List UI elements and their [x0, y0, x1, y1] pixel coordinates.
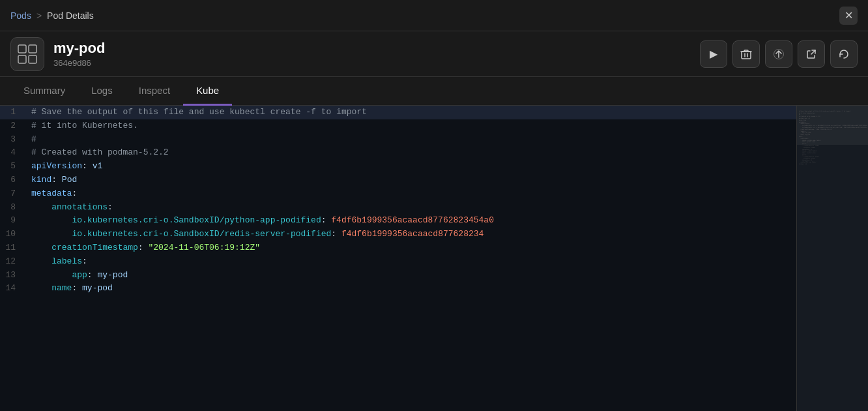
tab-inspect[interactable]: Inspect	[126, 77, 183, 106]
pod-info: my-pod 364e9d86	[53, 40, 105, 68]
line-code: # Save the output of this file and use k…	[26, 106, 796, 119]
svg-rect-1	[29, 45, 36, 53]
table-row: 6 kind: Pod	[0, 174, 796, 187]
table-row: 5 apiVersion: v1	[0, 160, 796, 174]
line-number: 1	[0, 106, 26, 119]
code-container: 1 # Save the output of this file and use…	[0, 106, 868, 411]
pod-identity: my-pod 364e9d86	[10, 37, 105, 71]
line-number: 4	[0, 146, 26, 160]
line-code: kind: Pod	[26, 174, 796, 187]
table-row: 14 name: my-pod	[0, 282, 796, 296]
breadcrumb-current: Pod Details	[47, 10, 94, 21]
delete-button[interactable]	[732, 40, 760, 68]
line-number: 7	[0, 187, 26, 201]
breadcrumb-separator: >	[36, 10, 42, 21]
line-code: labels:	[26, 255, 796, 269]
breadcrumb-pods-link[interactable]: Pods	[10, 10, 31, 21]
line-number: 11	[0, 241, 26, 255]
line-number: 12	[0, 255, 26, 269]
close-button[interactable]: ✕	[839, 7, 858, 25]
deploy-button[interactable]	[765, 40, 792, 68]
table-row: 8 annotations:	[0, 201, 796, 215]
line-code: creationTimestamp: "2024-11-06T06:19:12Z…	[26, 241, 796, 255]
line-code: #	[26, 133, 796, 147]
line-code: apiVersion: v1	[26, 160, 796, 174]
refresh-button[interactable]	[830, 40, 858, 68]
line-number: 3	[0, 133, 26, 147]
tab-logs[interactable]: Logs	[78, 77, 126, 106]
code-editor[interactable]: 1 # Save the output of this file and use…	[0, 106, 796, 411]
table-row: 13 app: my-pod	[0, 269, 796, 282]
line-number: 10	[0, 228, 26, 241]
code-minimap[interactable]: # Save the output of this file and use k…	[796, 106, 868, 411]
line-number: 5	[0, 160, 26, 174]
svg-rect-0	[18, 45, 26, 53]
code-table: 1 # Save the output of this file and use…	[0, 106, 796, 296]
pod-name: my-pod	[53, 40, 105, 57]
pod-id: 364e9d86	[53, 58, 105, 68]
line-number: 2	[0, 119, 26, 133]
line-number: 9	[0, 214, 26, 228]
line-code: io.kubernetes.cri-o.SandboxID/redis-serv…	[26, 228, 796, 241]
tab-kube[interactable]: Kube	[183, 77, 232, 106]
line-code: # it into Kubernetes.	[26, 119, 796, 133]
line-code: app: my-pod	[26, 269, 796, 282]
table-row: 3 #	[0, 133, 796, 147]
pod-header: my-pod 364e9d86 ▶	[0, 31, 868, 77]
table-row: 9 io.kubernetes.cri-o.SandboxID/python-a…	[0, 214, 796, 228]
external-link-button[interactable]	[798, 40, 825, 68]
line-code: annotations:	[26, 201, 796, 215]
svg-rect-4	[742, 52, 751, 59]
breadcrumb: Pods > Pod Details	[10, 10, 94, 21]
table-row: 7 metadata:	[0, 187, 796, 201]
svg-rect-3	[29, 55, 36, 63]
line-code: io.kubernetes.cri-o.SandboxID/python-app…	[26, 214, 796, 228]
table-row: 10 io.kubernetes.cri-o.SandboxID/redis-s…	[0, 228, 796, 241]
line-code: name: my-pod	[26, 282, 796, 296]
line-number: 8	[0, 201, 26, 215]
line-code: # Created with podman-5.2.2	[26, 146, 796, 160]
minimap-viewport	[797, 106, 868, 145]
line-number: 13	[0, 269, 26, 282]
header-actions: ▶	[700, 40, 858, 68]
table-row: 11 creationTimestamp: "2024-11-06T06:19:…	[0, 241, 796, 255]
table-row: 2 # it into Kubernetes.	[0, 119, 796, 133]
play-button[interactable]: ▶	[700, 40, 727, 68]
title-bar: Pods > Pod Details ✕	[0, 0, 868, 31]
tab-summary[interactable]: Summary	[10, 77, 78, 106]
tab-bar: Summary Logs Inspect Kube	[0, 77, 868, 106]
table-row: 12 labels:	[0, 255, 796, 269]
table-row: 4 # Created with podman-5.2.2	[0, 146, 796, 160]
pod-icon	[10, 37, 44, 71]
svg-rect-2	[18, 55, 26, 63]
line-number: 14	[0, 282, 26, 296]
line-number: 6	[0, 174, 26, 187]
line-code: metadata:	[26, 187, 796, 201]
table-row: 1 # Save the output of this file and use…	[0, 106, 796, 119]
